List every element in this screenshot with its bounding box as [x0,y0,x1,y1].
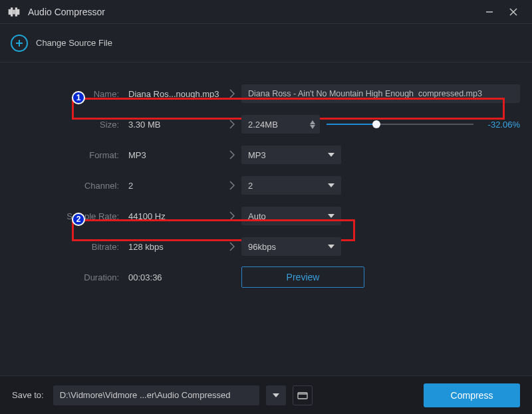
change-source-button[interactable]: Change Source File [36,38,112,48]
row-size: Size: 3.30 MB 2.24MB -32.06% [12,109,520,140]
size-output-stepper[interactable]: 2.24MB [241,115,320,134]
label-size: Size: [12,120,128,130]
chevron-down-icon [328,153,334,157]
chevron-down-icon [273,393,279,397]
size-output-value: 2.24MB [241,120,305,130]
minimize-button[interactable] [477,0,501,24]
label-bitrate: Bitrate: [12,242,128,252]
chevron-right-icon [223,181,241,190]
svg-rect-3 [16,8,17,16]
label-duration: Duration: [12,272,128,282]
stepper-down-icon[interactable] [310,125,315,129]
add-source-icon[interactable] [11,35,28,52]
footer: Save to: D:\Vidmore\Vidmore ...er\Audio … [0,375,532,414]
chevron-right-icon [223,211,241,221]
save-path-field[interactable]: D:\Vidmore\Vidmore ...er\Audio Compresse… [53,385,259,405]
svg-marker-15 [328,245,334,249]
svg-rect-17 [298,393,307,399]
svg-marker-16 [273,393,279,397]
label-channel: Channel: [12,181,128,191]
stepper-up-icon[interactable] [310,120,315,124]
window-title: Audio Compressor [28,7,105,17]
save-to-label: Save to: [12,390,44,400]
annotation-badge: 2 [72,213,85,226]
format-select[interactable]: MP3 [241,146,341,164]
sample-rate-select[interactable]: Auto [241,207,341,225]
open-folder-button[interactable] [293,385,313,405]
svg-marker-12 [328,153,334,157]
row-name: Name: Diana Ros...nough.mp3 Diana Ross -… [12,78,520,109]
compress-button[interactable]: Compress [424,383,520,407]
chevron-right-icon [223,89,241,98]
size-original: 3.30 MB [128,120,223,130]
label-name: Name: [12,89,128,99]
size-slider[interactable] [327,118,473,131]
row-format: Format: MP3 MP3 [12,140,520,170]
preview-button[interactable]: Preview [241,266,364,288]
annotation-badge: 1 [72,91,85,104]
format-original: MP3 [128,150,223,160]
svg-rect-4 [18,9,19,14]
label-sample-rate: Sample Rate: [12,211,128,221]
label-format: Format: [12,150,128,160]
svg-rect-2 [13,10,15,13]
duration-value: 00:03:36 [128,272,223,282]
close-button[interactable] [501,0,525,24]
form-body: Name: Diana Ros...nough.mp3 Diana Ross -… [0,64,532,375]
svg-marker-13 [328,183,334,187]
bitrate-original: 128 kbps [128,242,223,252]
svg-rect-1 [11,8,13,16]
sample-rate-original: 44100 Hz [128,211,223,221]
title-bar: Audio Compressor [0,0,532,24]
chevron-down-icon [328,214,334,218]
bitrate-select[interactable]: 96kbps [241,237,341,256]
chevron-down-icon [328,245,334,249]
save-path-dropdown[interactable] [266,385,286,405]
svg-marker-11 [310,125,315,129]
channel-original: 2 [128,181,223,191]
row-duration: Duration: 00:03:36 Preview [12,262,520,292]
chevron-right-icon [223,120,241,129]
channel-select[interactable]: 2 [241,176,341,195]
row-channel: Channel: 2 2 [12,170,520,201]
name-output-field[interactable]: Diana Ross - Ain't No Mountain High Enou… [241,84,520,103]
svg-marker-10 [310,120,315,124]
app-icon [7,5,21,19]
chevron-right-icon [223,150,241,159]
svg-marker-14 [328,214,334,218]
slider-thumb[interactable] [372,120,380,128]
name-original: Diana Ros...nough.mp3 [128,89,223,99]
chevron-down-icon [328,183,334,187]
svg-rect-0 [9,9,11,14]
size-reduction-pct: -32.06% [480,120,520,130]
row-bitrate: Bitrate: 128 kbps 96kbps [12,231,520,262]
row-sample-rate: Sample Rate: 44100 Hz Auto [12,201,520,231]
toolbar: Change Source File [0,24,532,62]
chevron-right-icon [223,242,241,251]
